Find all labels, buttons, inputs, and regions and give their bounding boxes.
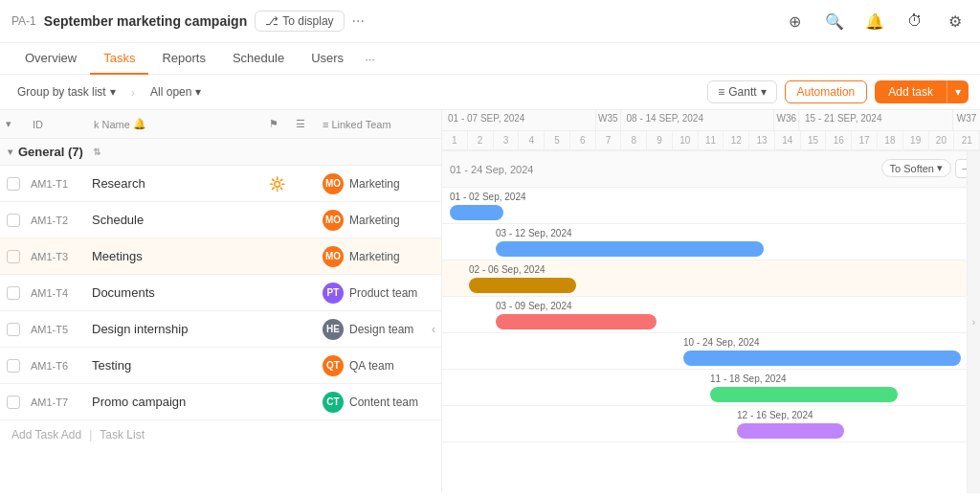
group-label: General (7): [18, 145, 83, 159]
tab-reports[interactable]: Reports: [148, 43, 219, 75]
task-name: Schedule: [88, 213, 263, 227]
settings-icon-button[interactable]: ⚙: [942, 8, 969, 34]
project-id: PA-1: [11, 14, 36, 28]
team-avatar: MO: [323, 246, 344, 267]
flag-column-header: ⚑: [263, 114, 290, 134]
gantt-button[interactable]: ≡ Gantt ▾: [707, 80, 776, 103]
add-icon-button[interactable]: ⊕: [781, 8, 808, 34]
gantt-bar-documents[interactable]: [496, 314, 657, 329]
gantt-date-label: 10 - 24 Sep, 2024: [683, 337, 760, 348]
all-open-label: All open: [150, 85, 191, 99]
day-10: 10: [673, 131, 699, 149]
branch-icon: ⎇: [265, 14, 278, 28]
to-display-button[interactable]: ⎇ To display: [255, 11, 344, 32]
soften-badge[interactable]: To Soften ▾: [881, 159, 951, 177]
gantt-task-row-meetings: 02 - 06 Sep, 2024: [442, 260, 980, 297]
task-id: AM1-T4: [27, 287, 88, 299]
gantt-bar-promo[interactable]: [737, 423, 844, 439]
task-checkbox[interactable]: [0, 323, 27, 336]
gantt-group-header-row: 01 - 24 Sep, 2024 To Soften ▾ −: [442, 151, 980, 188]
gantt-date-label: 11 - 18 Sep, 2024: [710, 374, 787, 384]
id-column-header: ID: [27, 115, 88, 134]
task-name: Design internship: [88, 322, 263, 336]
add-task-label: Add Task Add: [11, 428, 81, 441]
table-row: AM1-T4 Documents PT Product team: [0, 275, 441, 311]
collapse-panel-icon: ›: [972, 317, 975, 328]
gantt-bar-schedule[interactable]: [496, 241, 764, 257]
table-body: ▾ General (7) ⇅ AM1-T1 Research 🔆 MO Mar…: [0, 139, 441, 493]
gantt-bar-design[interactable]: [683, 351, 961, 366]
gantt-bar-meetings[interactable]: [469, 278, 576, 293]
task-checkbox[interactable]: [0, 396, 27, 409]
gantt-date-label: 03 - 12 Sep, 2024: [496, 228, 572, 238]
group-by-button[interactable]: Group by task list ▾: [11, 82, 122, 102]
sort-icon[interactable]: ⇅: [93, 147, 100, 157]
all-open-button[interactable]: All open ▾: [145, 82, 207, 102]
day-6: 6: [570, 131, 596, 149]
tab-users[interactable]: Users: [298, 43, 357, 75]
gantt-task-row-research: 01 - 02 Sep, 2024: [442, 188, 980, 224]
day-16: 16: [826, 131, 852, 149]
task-checkbox[interactable]: [0, 250, 27, 263]
chevron-down-icon-2: ▾: [195, 85, 201, 99]
linked-team-cell: QT QA team: [317, 355, 441, 376]
task-name: Research: [88, 176, 263, 191]
add-task-button[interactable]: Add task: [875, 80, 947, 103]
search-icon-button[interactable]: 🔍: [821, 8, 848, 34]
timer-icon-button[interactable]: ⏱: [902, 8, 928, 34]
toolbar: Group by task list ▾ › All open ▾ ≡ Gant…: [0, 75, 980, 110]
team-name: QA team: [349, 359, 394, 373]
task-id: AM1-T5: [27, 324, 88, 335]
day-4: 4: [519, 131, 545, 149]
project-more-button[interactable]: ···: [352, 12, 365, 30]
add-task-dropdown-button[interactable]: ▾: [947, 80, 969, 103]
day-11: 11: [699, 131, 724, 149]
gantt-area: 01 - 07 SEP, 2024 W35 08 - 14 SEP, 2024 …: [442, 110, 980, 493]
table-row: AM1-T7 Promo campaign CT Content team: [0, 384, 441, 420]
collapse-all-icon[interactable]: ▾: [6, 118, 11, 130]
automation-button[interactable]: Automation: [785, 80, 868, 103]
task-checkbox[interactable]: [0, 177, 27, 191]
week-label-3: 08 - 14 SEP, 2024: [621, 110, 775, 130]
gantt-task-row-documents: 03 - 09 Sep, 2024: [442, 297, 980, 333]
name-column-header: k Name 🔔: [88, 114, 263, 134]
task-id: AM1-T2: [27, 215, 88, 226]
linked-team-cell: MO Marketing: [317, 210, 441, 231]
bell-header-icon: 🔔: [133, 118, 146, 130]
day-17: 17: [852, 131, 878, 149]
task-name: Testing: [88, 358, 263, 373]
linked-team-cell: CT Content team: [317, 392, 441, 413]
tab-overview[interactable]: Overview: [11, 43, 90, 75]
linked-team-cell: PT Product team: [317, 283, 441, 304]
team-avatar: PT: [323, 283, 344, 304]
soften-label: To Soften: [890, 163, 934, 174]
gantt-body: 01 - 24 Sep, 2024 To Soften ▾ − 01 - 02 …: [442, 151, 980, 442]
nav-more-button[interactable]: ···: [357, 44, 383, 74]
chevron-down-icon: ▾: [110, 85, 116, 99]
task-checkbox[interactable]: [0, 359, 27, 373]
nav-tabs: Overview Tasks Reports Schedule Users ··…: [0, 43, 980, 75]
team-name: Marketing: [349, 177, 400, 191]
bell-icon-button[interactable]: 🔔: [861, 8, 888, 34]
add-task-row[interactable]: Add Task Add | Task List: [0, 420, 441, 449]
task-checkbox[interactable]: [0, 214, 27, 227]
top-bar: PA-1 September marketing campaign ⎇ To d…: [0, 0, 980, 43]
task-checkbox[interactable]: [0, 286, 27, 300]
table-row: AM1-T3 Meetings MO Marketing: [0, 238, 441, 275]
tab-tasks[interactable]: Tasks: [90, 43, 148, 75]
gantt-bar-research[interactable]: [450, 205, 503, 220]
gantt-header: 01 - 07 SEP, 2024 W35 08 - 14 SEP, 2024 …: [442, 110, 980, 151]
tab-schedule[interactable]: Schedule: [219, 43, 298, 75]
group-chevron-icon[interactable]: ▾: [8, 147, 12, 157]
gantt-collapse-panel[interactable]: ›: [967, 150, 980, 493]
gantt-date-label: 01 - 02 Sep, 2024: [450, 192, 526, 202]
week-label-5: 15 - 21 SEP, 2024: [799, 110, 953, 130]
day-18: 18: [878, 131, 903, 149]
collapse-panel-icon[interactable]: ‹: [432, 323, 435, 336]
day-21: 21: [954, 131, 980, 149]
group-by-label: Group by task list: [17, 85, 106, 99]
gantt-bar-testing[interactable]: [710, 387, 898, 402]
gantt-date-range-label: 01 - 24 Sep, 2024: [450, 164, 533, 175]
task-id: AM1-T6: [27, 360, 88, 372]
day-19: 19: [903, 131, 929, 149]
